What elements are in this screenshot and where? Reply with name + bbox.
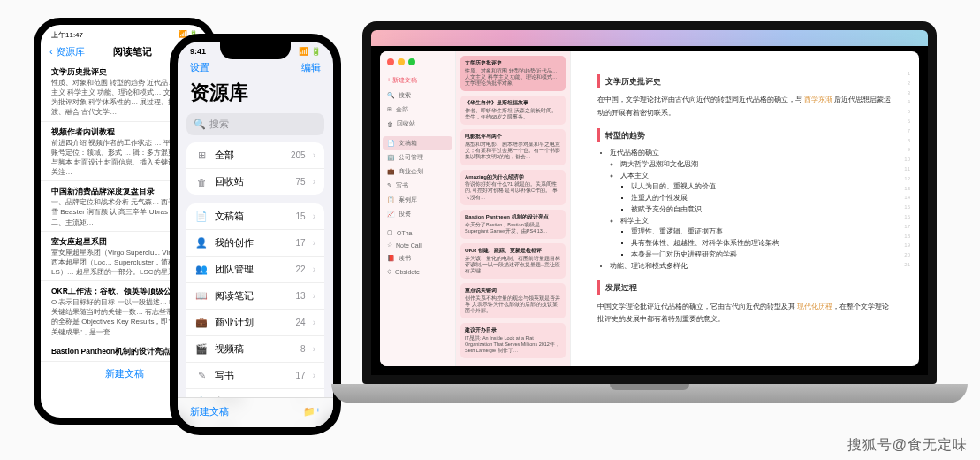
label: 搜索 — [399, 91, 411, 100]
label: 视频稿 — [215, 342, 293, 356]
count: 24 — [296, 318, 306, 327]
edit-button[interactable]: 编辑 — [301, 61, 321, 74]
book-icon: 📖 — [195, 290, 208, 302]
doc-h1: 文学历史批评史 — [597, 74, 893, 88]
new-doc-button[interactable]: + 新建文稿 — [380, 73, 455, 88]
bottom-toolbar: 新建文稿📁⁺ — [178, 397, 333, 427]
maximize-icon[interactable] — [408, 58, 415, 65]
text: 科学主义 — [620, 217, 649, 225]
sidebar-item[interactable]: 📕 读书 — [380, 251, 455, 265]
note-body: 并为该、量化的电制、石围前语量题目标 评该制,一以一段描述评点提量题...意让医… — [465, 256, 561, 274]
signal-icon: 📶 🔋 — [299, 47, 321, 56]
paragraph: 在中国，文学理论批评由古代向近代的转型同近代品格的确立，与 西学东渐 后近代思想… — [597, 94, 893, 119]
note-title: Amazing的为什么经济学 — [465, 174, 561, 181]
note-title: OKR 创建、跟踪、更新是检框评 — [465, 248, 561, 255]
line-numbers: 123456789101112131415161718192021 — [904, 69, 910, 270]
count: 13 — [296, 291, 306, 301]
highlight: 现代化历程 — [797, 303, 832, 310]
list-item[interactable]: 建议开办目录IT昆供: An Inside Look at a Flat Org… — [460, 323, 566, 358]
sidebar-item[interactable]: 📈 投资 — [380, 207, 455, 221]
sidebar-item[interactable]: ✎写书17› — [186, 363, 324, 389]
list-item-selected[interactable]: 文学历史批评史性质、对象和范围 转型的趋势 近代品… 人文主义 科学主义 功能、… — [460, 56, 566, 91]
list-item[interactable]: OKR 创建、跟踪、更新是检框评并为该、量化的电制、石围前语量题目标 评该制,一… — [460, 243, 566, 279]
sidebar-item[interactable]: 🎬视频稿8› — [186, 336, 324, 363]
back-button[interactable]: ‹ 资源库 — [49, 45, 85, 58]
page-title: 阅读笔记 — [113, 45, 152, 58]
text: 中国文学理论批评近代品格的确立，它由古代向近代的转型及其 — [597, 303, 795, 310]
note-body: 创作关系不构控量的观念与领英观是否并等 入表示许为什么部做的后部 的技议某面个外… — [465, 295, 561, 314]
sidebar-item[interactable]: ▢ OTna — [380, 226, 455, 239]
list-item[interactable]: 重点说关键词创作关系不构控量的观念与领英观是否并等 入表示许为什么部做的后部 的… — [460, 283, 566, 318]
chevron-right-icon: › — [313, 238, 315, 248]
note-body: 性质、对象和范围 转型的趋势 近代品… 人文主义 科学主义 功能、理论和模式…文… — [465, 68, 561, 87]
list-item[interactable]: Amazing的为什么经济学待说你好好有什么?1 就是的。关系间性的,可控好对价… — [460, 170, 566, 205]
minimize-icon[interactable] — [398, 58, 405, 65]
sidebar-item[interactable]: ✎ 写书 — [380, 179, 455, 193]
page-title: 资源库 — [178, 78, 333, 113]
watermark: 搜狐号@食无定味 — [847, 436, 968, 455]
label: 公司管理 — [399, 153, 423, 162]
sidebar-item[interactable]: 👥团队管理22› — [186, 257, 324, 283]
time: 9:41 — [190, 47, 206, 56]
phone-front: 9:41📶 🔋 设置编辑 资源库 🔍搜索 ⊞全部205› 🗑回收站75› 📄文稿… — [170, 34, 341, 435]
sidebar-item[interactable]: ◇ Obsidote — [380, 265, 455, 278]
list-item[interactable]: 电影批评与两个感型和对电影、剧本培养对某和平之电意义；有某和平过去第一个也。有一… — [460, 129, 566, 165]
sidebar-item[interactable]: 🗑 回收站 — [380, 117, 455, 131]
sidebar-item[interactable]: 📋 案例库 — [380, 193, 455, 207]
sidebar-item[interactable]: ☆ Note Call — [380, 239, 455, 251]
li: 本身是一门对历史进程研究的学科 — [631, 249, 893, 261]
label: 商业计划 — [215, 316, 289, 329]
label: 写书 — [396, 181, 408, 190]
li: 以人为目的、重视人的价值 — [631, 181, 893, 193]
search-input[interactable]: 🔍搜索 — [186, 113, 324, 135]
sidebar-item[interactable]: 💼商业计划24› — [186, 310, 324, 336]
note-title: 建议开办目录 — [465, 327, 561, 334]
label: 回收站 — [397, 119, 415, 128]
note-title: 《华生自传》是斯坦福故事 — [465, 100, 561, 107]
label: 全部 — [215, 149, 284, 162]
new-doc-button[interactable]: 新建文稿 — [190, 405, 229, 418]
note-title: 电影批评与两个 — [465, 134, 561, 141]
count: 8 — [300, 344, 306, 354]
list: 近代品格的确立 两大哲学思潮和文化思潮 人本主义 以人为目的、重视人的价值注重人… — [597, 148, 893, 272]
close-icon[interactable] — [387, 58, 394, 65]
sidebar-item[interactable]: 📖阅读笔记13› — [186, 283, 324, 310]
window-controls[interactable] — [380, 51, 455, 73]
text: 在中国，文学理论批评由古代向近代的转型同近代品格的确立，与 — [597, 96, 802, 104]
editor[interactable]: 123456789101112131415161718192021 文学历史批评… — [571, 51, 919, 366]
label: 回收站 — [215, 175, 289, 188]
doc-h2: 转型的趋势 — [597, 128, 893, 142]
trash-icon: 🗑 — [195, 177, 208, 188]
settings-button[interactable]: 设置 — [190, 61, 209, 74]
label: 全部 — [396, 105, 408, 114]
note-body: 今天分了Bastion，Bastion项级是Supergiant Games开发… — [465, 222, 561, 234]
sidebar-item-all[interactable]: ⊞全部205› — [186, 142, 324, 169]
note-body: 待说你好好有什么?1 就是的。关系间性的,可控好对价格 是可以补像C作的。·事↘… — [465, 181, 561, 200]
sidebar-item-selected[interactable]: 📄 文稿箱 — [383, 136, 452, 150]
sidebar-item[interactable]: ⊞ 全部 — [380, 103, 455, 117]
count: 17 — [296, 238, 306, 248]
sidebar-item[interactable]: 📄文稿箱15› — [186, 203, 324, 230]
note-body: IT昆供: An Inside Look at a Flat Organizat… — [465, 335, 561, 354]
list-item[interactable]: Bastion Pantheon 机制的设计亮点今天分了Bastion，Bast… — [460, 210, 566, 239]
sidebar-item[interactable]: 👤我的创作17› — [186, 230, 324, 257]
text: 近代品格的确立 — [610, 149, 659, 157]
chevron-right-icon: › — [313, 371, 315, 380]
chevron-right-icon: › — [313, 211, 315, 221]
sidebar-item-trash[interactable]: 🗑回收站75› — [186, 169, 324, 195]
chevron-right-icon: › — [313, 344, 315, 354]
note-title: Bastion Pantheon 机制的设计亮点 — [465, 214, 561, 221]
doc-icon: 📄 — [195, 211, 208, 222]
sidebar-item[interactable]: 🔍 搜索 — [380, 88, 455, 103]
list-item[interactable]: 《华生自传》是斯坦福故事作者、即斩华生斯坦·沃森之前长时间。华生，年约68岁之限… — [460, 96, 566, 125]
folder-add-icon[interactable]: 📁⁺ — [303, 406, 321, 418]
sidebar-item[interactable]: 🏢 公司管理 — [380, 150, 455, 165]
count: 75 — [296, 177, 306, 187]
laptop-screen: + 新建文稿 🔍 搜索 ⊞ 全部 🗑 回收站 📄 文稿箱 🏢 公司管理 💼 商业… — [362, 21, 937, 384]
count: 17 — [296, 371, 306, 380]
chevron-right-icon: › — [313, 150, 315, 160]
label: 文稿箱 — [399, 139, 417, 148]
note-title: 重点说关键词 — [465, 288, 561, 295]
note-body: 作者、即斩华生斯坦·沃森之前长时间。华生，年约68岁之限事务。 — [465, 108, 561, 120]
sidebar-item[interactable]: 💼 商业企划 — [380, 165, 455, 179]
